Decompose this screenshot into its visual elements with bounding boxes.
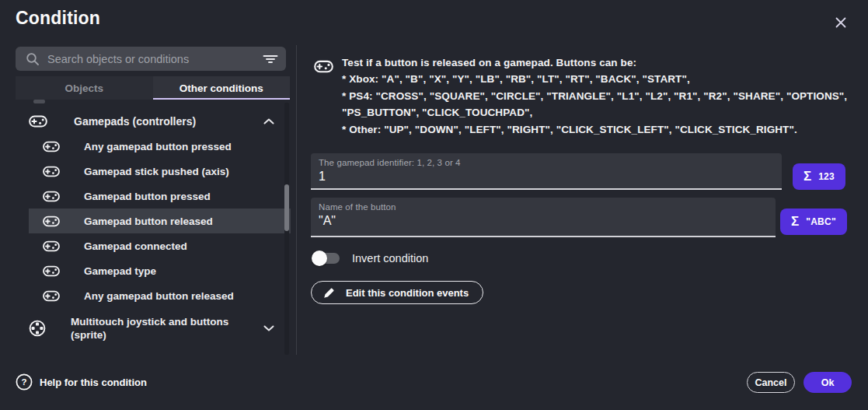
invert-condition-row: Invert condition xyxy=(313,251,428,266)
sidebar-tabs: Objects Other conditions xyxy=(16,76,290,100)
group-row-gamepads[interactable]: Gamepads (controllers) xyxy=(0,109,291,134)
group-label: Gamepads (controllers) xyxy=(74,115,196,128)
button-name-field: Name of the button xyxy=(311,198,776,237)
list-item[interactable]: Gamepad connected xyxy=(29,233,291,258)
help-link[interactable]: ? Help for this condition xyxy=(16,373,147,391)
multitouch-icon xyxy=(29,320,46,337)
list-item[interactable]: Any gamepad button pressed xyxy=(29,134,291,159)
search-box xyxy=(16,47,286,71)
partially-scrolled-item xyxy=(33,100,45,103)
page-title: Condition xyxy=(16,8,100,29)
help-link-label: Help for this condition xyxy=(40,377,147,388)
ok-button[interactable]: Ok xyxy=(804,372,852,393)
toggle-thumb xyxy=(312,251,327,266)
edit-button-label: Edit this condition events xyxy=(346,287,469,299)
cancel-button[interactable]: Cancel xyxy=(747,372,795,393)
description-line: * Other: "UP", "DOWN", "LEFT", "RIGHT", … xyxy=(342,121,859,138)
list-item-label: Gamepad type xyxy=(84,265,156,277)
sigma-icon: Σ xyxy=(791,214,799,230)
edit-condition-events-button[interactable]: Edit this condition events xyxy=(311,281,483,304)
field-label: Name of the button xyxy=(319,202,768,212)
gamepad-icon xyxy=(43,290,60,302)
gamepad-identifier-field: The gamepad identifier: 1, 2, 3 or 4 xyxy=(311,153,782,190)
expression-builder-number-button[interactable]: Σ 123 xyxy=(793,163,845,190)
tab-other-conditions[interactable]: Other conditions xyxy=(153,76,291,100)
chevron-up-icon xyxy=(263,118,274,124)
chevron-down-icon xyxy=(263,325,274,331)
expression-builder-string-button[interactable]: Σ "ABC" xyxy=(780,209,847,235)
list-item[interactable]: Any gamepad button released xyxy=(29,283,291,308)
help-icon: ? xyxy=(16,373,33,391)
panel-divider xyxy=(296,45,297,355)
sigma-button-label: 123 xyxy=(818,171,835,182)
list-item-label: Gamepad button released xyxy=(84,216,213,227)
list-scrollbar-thumb[interactable] xyxy=(284,184,289,231)
list-item[interactable]: Gamepad stick pushed (axis) xyxy=(29,159,291,184)
field-label: The gamepad identifier: 1, 2, 3 or 4 xyxy=(319,158,774,167)
gamepad-icon xyxy=(43,191,60,202)
close-button[interactable] xyxy=(828,10,853,35)
gamepad-icon xyxy=(43,265,60,277)
group-row-multitouch[interactable]: Multitouch joystick and buttons (sprite) xyxy=(0,308,291,349)
group-label: Multitouch joystick and buttons (sprite) xyxy=(71,315,263,342)
list-item-label: Any gamepad button released xyxy=(84,290,234,302)
description-line: Test if a button is released on a gamepa… xyxy=(342,54,859,71)
gamepad-icon xyxy=(29,115,47,128)
gamepad-icon xyxy=(43,240,60,252)
gamepad-icon xyxy=(43,141,60,152)
search-input[interactable] xyxy=(47,53,263,65)
invert-condition-toggle[interactable] xyxy=(313,251,340,266)
close-icon xyxy=(835,16,847,29)
list-item-selected[interactable]: Gamepad button released xyxy=(29,209,291,233)
gamepad-icon xyxy=(43,166,60,177)
pencil-icon xyxy=(322,286,336,300)
list-item-label: Gamepad stick pushed (axis) xyxy=(84,166,229,177)
description-line: * PS4: "CROSS", "SQUARE", "CIRCLE", "TRI… xyxy=(342,88,859,104)
tab-objects[interactable]: Objects xyxy=(16,76,153,100)
list-item-label: Gamepad button pressed xyxy=(84,191,211,202)
condition-dialog: Condition Objects Other conditions Gamep… xyxy=(0,0,868,410)
list-item[interactable]: Gamepad type xyxy=(29,258,291,283)
list-item-label: Gamepad connected xyxy=(84,240,187,252)
invert-condition-label: Invert condition xyxy=(352,252,428,265)
list-item[interactable]: Gamepad button pressed xyxy=(29,184,291,209)
gamepad-icon xyxy=(314,60,333,73)
description-line: * Xbox: "A", "B", "X", "Y", "LB", "RB", … xyxy=(342,71,859,87)
sigma-icon: Σ xyxy=(804,169,811,184)
gamepad-icon xyxy=(43,216,60,227)
condition-description: Test if a button is released on a gamepa… xyxy=(342,54,859,138)
search-icon xyxy=(26,52,40,66)
list-item-label: Any gamepad button pressed xyxy=(84,141,232,152)
button-name-input[interactable] xyxy=(319,214,768,228)
filter-icon[interactable] xyxy=(263,53,278,65)
description-line: "PS_BUTTON", "CLICK_TOUCHPAD", xyxy=(342,104,859,121)
svg-text:?: ? xyxy=(21,377,26,387)
conditions-list: Gamepads (controllers) Any gamepad butto… xyxy=(0,109,291,349)
gamepad-identifier-input[interactable] xyxy=(319,170,774,184)
sigma-button-label: "ABC" xyxy=(806,216,836,227)
